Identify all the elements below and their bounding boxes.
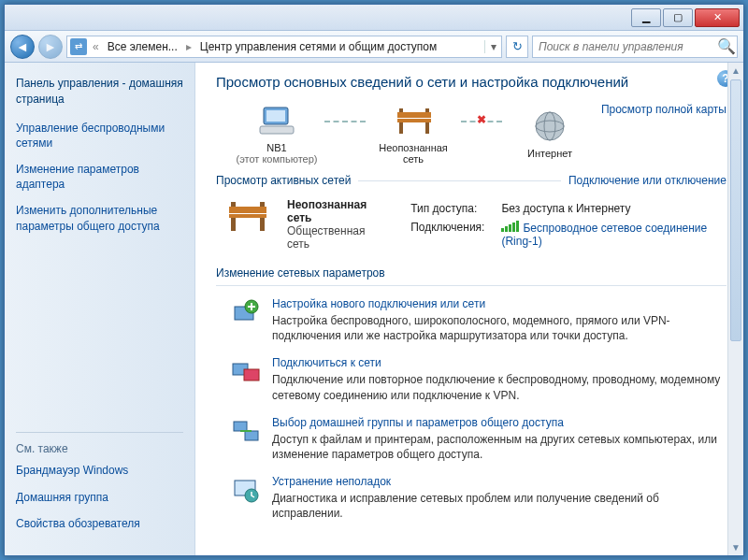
svg-rect-6 xyxy=(425,122,429,134)
sidebar: Панель управления - домашняя страница Уп… xyxy=(5,63,195,555)
control-panel-home-link[interactable]: Панель управления - домашняя страница xyxy=(16,76,183,108)
sidebar-link[interactable]: Изменение параметров адаптера xyxy=(16,162,183,192)
active-networks-label: Просмотр активных сетей xyxy=(216,174,351,187)
connect-disconnect-link[interactable]: Подключение или отключение xyxy=(568,174,726,187)
node-computer[interactable]: NB1 (этот компьютер) xyxy=(235,103,319,165)
node-label: Интернет xyxy=(508,148,592,159)
node-label: NB1 xyxy=(235,142,319,153)
breadcrumb-sep: « xyxy=(90,40,102,53)
network-type-link[interactable]: Общественная сеть xyxy=(287,224,384,251)
svg-rect-13 xyxy=(229,214,266,218)
network-map: NB1 (этот компьютер) Неопознанная сеть И… xyxy=(235,103,601,165)
maximize-button[interactable]: ▢ xyxy=(663,8,693,27)
back-button[interactable]: ◄ xyxy=(10,35,35,59)
search-icon[interactable]: 🔍 xyxy=(716,37,737,55)
navbar: ◄ ► ⇄ « Все элемен... ▸ Центр управления… xyxy=(5,31,743,63)
node-sublabel: (этот компьютер) xyxy=(235,153,319,165)
bench-icon xyxy=(394,103,433,138)
svg-rect-22 xyxy=(234,422,247,431)
access-type-label: Тип доступа: xyxy=(403,200,492,217)
network-icon: ⇄ xyxy=(70,38,87,55)
option-troubleshoot[interactable]: Устранение неполадок Диагностика и испра… xyxy=(231,475,726,521)
troubleshoot-icon xyxy=(231,475,261,505)
svg-rect-12 xyxy=(229,207,266,213)
svg-rect-17 xyxy=(260,202,265,207)
option-desc: Подключение или повторное подключение к … xyxy=(272,372,726,402)
bench-icon xyxy=(225,198,270,236)
option-title: Выбор домашней группы и параметров общег… xyxy=(272,416,726,429)
signal-bars-icon xyxy=(501,221,519,232)
svg-rect-16 xyxy=(231,202,236,207)
change-settings-label: Изменение сетевых параметров xyxy=(216,266,726,280)
forward-button[interactable]: ► xyxy=(38,35,63,59)
connect-icon xyxy=(231,356,261,386)
scroll-thumb[interactable] xyxy=(730,79,741,341)
address-bar[interactable]: ⇄ « Все элемен... ▸ Центр управления сет… xyxy=(66,36,502,58)
titlebar: ▁ ▢ ✕ xyxy=(5,5,743,31)
address-dropdown[interactable]: ▾ xyxy=(484,40,501,53)
network-details: Тип доступа: Без доступа к Интернету Под… xyxy=(401,198,726,251)
sidebar-link[interactable]: Управление беспроводными сетями xyxy=(16,121,183,151)
computer-icon xyxy=(257,103,296,138)
svg-rect-5 xyxy=(399,122,403,134)
close-button[interactable]: ✕ xyxy=(695,8,740,27)
node-unknown-network[interactable]: Неопознанная сеть xyxy=(371,103,455,165)
svg-rect-15 xyxy=(260,218,265,231)
search-input[interactable] xyxy=(533,40,716,53)
new-connection-icon xyxy=(231,297,261,327)
scroll-down-arrow[interactable]: ▼ xyxy=(728,539,743,555)
sidebar-link[interactable]: Изменить дополнительные параметры общего… xyxy=(16,203,183,233)
option-desc: Доступ к файлам и принтерам, расположенн… xyxy=(272,432,726,462)
globe-icon xyxy=(530,108,569,144)
page-title: Просмотр основных сведений о сети и наст… xyxy=(216,74,726,90)
svg-rect-8 xyxy=(425,108,429,112)
svg-rect-7 xyxy=(399,108,403,112)
option-title: Настройка нового подключения или сети xyxy=(272,297,726,310)
homegroup-icon xyxy=(231,416,261,446)
option-connect-network[interactable]: Подключиться к сети Подключение или повт… xyxy=(231,356,726,402)
option-title: Подключиться к сети xyxy=(272,356,726,369)
svg-rect-21 xyxy=(244,369,259,381)
chevron-right-icon: ▸ xyxy=(183,40,194,53)
scrollbar[interactable]: ▲ ▼ xyxy=(727,63,743,555)
svg-rect-14 xyxy=(231,218,236,231)
svg-rect-4 xyxy=(397,119,431,122)
refresh-button[interactable]: ↻ xyxy=(506,36,528,58)
svg-rect-1 xyxy=(266,110,285,122)
breadcrumb-seg[interactable]: Все элемен... xyxy=(102,36,183,57)
control-panel-window: ▁ ▢ ✕ ◄ ► ⇄ « Все элемен... ▸ Центр упра… xyxy=(4,4,744,556)
see-also-label: См. также xyxy=(16,432,183,455)
breadcrumb-seg[interactable]: Центр управления сетями и общим доступом xyxy=(194,36,443,57)
connection-link[interactable]: Беспроводное сетевое соединение (Ring-1) xyxy=(501,222,707,248)
connection-broken xyxy=(461,121,502,122)
search-box[interactable]: 🔍 xyxy=(532,36,738,58)
option-title: Устранение неполадок xyxy=(272,475,726,488)
active-network-box: Неопознанная сеть Общественная сеть Тип … xyxy=(225,198,726,251)
option-new-connection[interactable]: Настройка нового подключения или сети На… xyxy=(231,297,726,343)
option-desc: Диагностика и исправление сетевых пробле… xyxy=(272,491,726,521)
connection-line xyxy=(324,121,366,122)
network-name: Неопознанная сеть xyxy=(287,198,384,224)
node-internet[interactable]: Интернет xyxy=(508,108,592,159)
option-homegroup[interactable]: Выбор домашней группы и параметров общег… xyxy=(231,416,726,462)
option-desc: Настройка беспроводного, широкополосного… xyxy=(272,313,726,343)
view-full-map-link[interactable]: Просмотр полной карты xyxy=(601,103,726,116)
minimize-button[interactable]: ▁ xyxy=(631,8,661,27)
access-type-value: Без доступа к Интернету xyxy=(494,200,725,217)
svg-rect-23 xyxy=(245,431,258,440)
svg-rect-2 xyxy=(260,126,294,134)
seealso-link[interactable]: Свойства обозревателя xyxy=(16,516,183,531)
svg-point-9 xyxy=(536,112,564,140)
seealso-link[interactable]: Домашняя группа xyxy=(16,490,183,505)
main-content: ? Просмотр основных сведений о сети и на… xyxy=(195,63,743,555)
svg-rect-3 xyxy=(397,112,431,118)
node-label: Неопознанная сеть xyxy=(371,142,455,165)
seealso-link[interactable]: Брандмауэр Windows xyxy=(16,463,183,478)
connections-label: Подключения: xyxy=(403,219,492,250)
scroll-up-arrow[interactable]: ▲ xyxy=(728,63,743,79)
